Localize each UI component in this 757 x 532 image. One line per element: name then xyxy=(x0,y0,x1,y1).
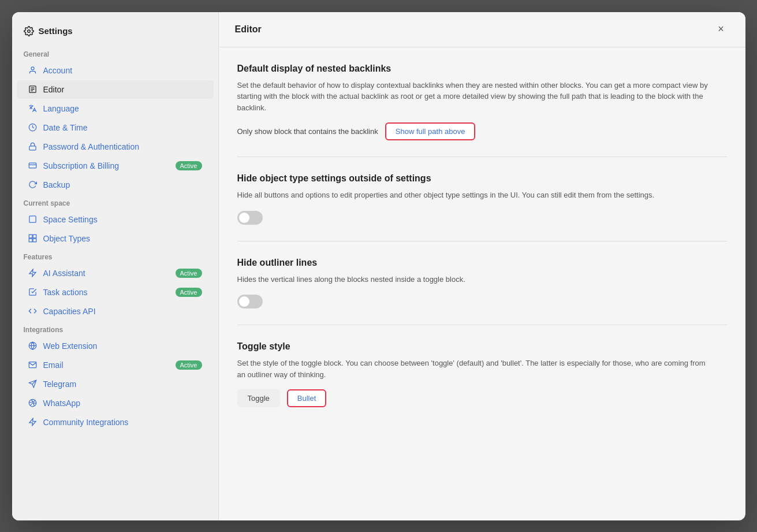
modal-overlay: Settings GeneralAccountEditorLanguageDat… xyxy=(0,0,757,532)
sidebar-item-billing[interactable]: Subscription & BillingActive xyxy=(17,157,214,175)
clock-icon xyxy=(28,123,38,132)
sidebar-item-label: Password & Authentication xyxy=(43,142,202,151)
sidebar-section-label-general: General xyxy=(12,46,218,61)
sidebar-item-label: Object Types xyxy=(43,234,202,243)
page-title: Editor xyxy=(235,24,262,35)
sidebar-item-task-actions[interactable]: Task actionsActive xyxy=(17,283,214,302)
toggle-switch-hide-outliner-lines[interactable] xyxy=(237,295,263,308)
sidebar-item-label: Task actions xyxy=(43,288,170,297)
sidebar-item-community[interactable]: Community Integrations xyxy=(17,413,214,431)
whatsapp-icon xyxy=(28,399,38,408)
settings-modal: Settings GeneralAccountEditorLanguageDat… xyxy=(12,12,745,520)
svg-rect-10 xyxy=(29,216,36,222)
settings-section-toggle-style: Toggle styleSet the style of the toggle … xyxy=(237,325,727,407)
svg-rect-14 xyxy=(29,239,32,242)
sidebar-item-label: Editor xyxy=(43,85,202,94)
language-icon xyxy=(28,104,38,113)
svg-point-1 xyxy=(31,67,34,70)
option-label: Only show block that contains the backli… xyxy=(237,127,378,136)
sidebar-item-web-extension[interactable]: Web Extension xyxy=(17,337,214,355)
section-title: Default display of nested backlinks xyxy=(237,64,727,74)
sidebar: Settings GeneralAccountEditorLanguageDat… xyxy=(12,12,219,520)
svg-rect-12 xyxy=(33,235,36,238)
sidebar-item-label: Email xyxy=(43,360,170,370)
settings-section-hide-outliner-lines: Hide outliner linesHides the vertical li… xyxy=(237,241,727,309)
backup-icon xyxy=(28,180,38,189)
sidebar-header: Settings xyxy=(12,21,218,46)
option-button-toggle[interactable]: Toggle xyxy=(237,389,280,407)
user-icon xyxy=(28,66,38,75)
sidebar-item-label: Language xyxy=(43,104,202,113)
task-icon xyxy=(28,288,38,297)
main-content: Editor × Default display of nested backl… xyxy=(219,12,745,520)
sidebar-item-language[interactable]: Language xyxy=(17,99,214,118)
svg-marker-15 xyxy=(29,269,36,277)
lock-icon xyxy=(28,142,38,151)
svg-rect-8 xyxy=(29,163,36,168)
sidebar-item-account[interactable]: Account xyxy=(17,61,214,80)
editor-icon xyxy=(28,85,38,94)
section-description: Hides the vertical lines along the block… xyxy=(237,274,711,285)
status-badge: Active xyxy=(176,360,202,370)
sidebar-item-label: Date & Time xyxy=(43,123,202,132)
sidebar-item-datetime[interactable]: Date & Time xyxy=(17,118,214,137)
section-description: Set the default behavior of how to displ… xyxy=(237,80,711,114)
sidebar-item-email[interactable]: EmailActive xyxy=(17,356,214,374)
sidebar-sections: GeneralAccountEditorLanguageDate & TimeP… xyxy=(12,46,218,431)
sidebar-item-ai-assistant[interactable]: AI AssistantActive xyxy=(17,264,214,282)
svg-rect-13 xyxy=(33,239,36,242)
settings-section-nested-backlinks: Default display of nested backlinksSet t… xyxy=(237,64,727,141)
main-header: Editor × xyxy=(219,12,745,47)
gear-icon xyxy=(24,26,34,36)
sidebar-item-object-types[interactable]: Object Types xyxy=(17,229,214,248)
sidebar-item-space-settings[interactable]: Space Settings xyxy=(17,210,214,229)
svg-rect-7 xyxy=(29,146,36,150)
svg-rect-11 xyxy=(29,235,32,238)
sidebar-section-label-integrations: Integrations xyxy=(12,321,218,336)
email-icon xyxy=(28,360,38,370)
section-title: Toggle style xyxy=(237,341,727,352)
option-button-bullet[interactable]: Bullet xyxy=(287,389,327,407)
sidebar-item-label: Community Integrations xyxy=(43,418,202,427)
sidebar-item-label: Subscription & Billing xyxy=(43,161,170,170)
sidebar-item-password[interactable]: Password & Authentication xyxy=(17,137,214,156)
toggle-style-row: ToggleBullet xyxy=(237,389,727,407)
status-badge: Active xyxy=(176,288,202,297)
telegram-icon xyxy=(28,380,38,389)
ai-icon xyxy=(28,269,38,278)
sidebar-item-label: Account xyxy=(43,66,202,75)
object-icon xyxy=(28,234,38,243)
svg-marker-21 xyxy=(29,418,36,426)
web-icon xyxy=(28,341,38,351)
section-description: Set the style of the toggle block. You c… xyxy=(237,358,711,380)
option-row: Only show block that contains the backli… xyxy=(237,122,727,140)
option-button-full-path[interactable]: Show full path above xyxy=(385,122,476,140)
sidebar-title: Settings xyxy=(39,26,73,36)
close-button[interactable]: × xyxy=(713,21,729,38)
billing-icon xyxy=(28,161,38,170)
sidebar-item-label: WhatsApp xyxy=(43,399,202,408)
sidebar-item-label: Web Extension xyxy=(43,341,202,351)
sidebar-item-backup[interactable]: Backup xyxy=(17,176,214,194)
section-title: Hide outliner lines xyxy=(237,258,727,268)
api-icon xyxy=(28,307,38,316)
settings-section-hide-object-type: Hide object type settings outside of set… xyxy=(237,157,727,225)
main-body: Default display of nested backlinksSet t… xyxy=(219,47,745,520)
sidebar-item-label: Space Settings xyxy=(43,215,202,224)
sidebar-item-label: Capacities API xyxy=(43,307,202,316)
sidebar-item-label: Telegram xyxy=(43,380,202,389)
sidebar-item-telegram[interactable]: Telegram xyxy=(17,375,214,393)
sidebar-item-label: AI Assistant xyxy=(43,269,170,278)
toggle-switch-hide-object-type[interactable] xyxy=(237,211,263,225)
settings-sections: Default display of nested backlinksSet t… xyxy=(237,64,727,408)
section-title: Hide object type settings outside of set… xyxy=(237,173,727,184)
sidebar-item-capacities-api[interactable]: Capacities API xyxy=(17,302,214,321)
svg-point-0 xyxy=(27,29,30,32)
sidebar-section-label-current-space: Current space xyxy=(12,195,218,210)
sidebar-item-editor[interactable]: Editor xyxy=(17,80,214,99)
community-icon xyxy=(28,418,38,427)
status-badge: Active xyxy=(176,161,202,170)
sidebar-item-whatsapp[interactable]: WhatsApp xyxy=(17,394,214,412)
sidebar-item-label: Backup xyxy=(43,180,202,189)
status-badge: Active xyxy=(176,269,202,278)
